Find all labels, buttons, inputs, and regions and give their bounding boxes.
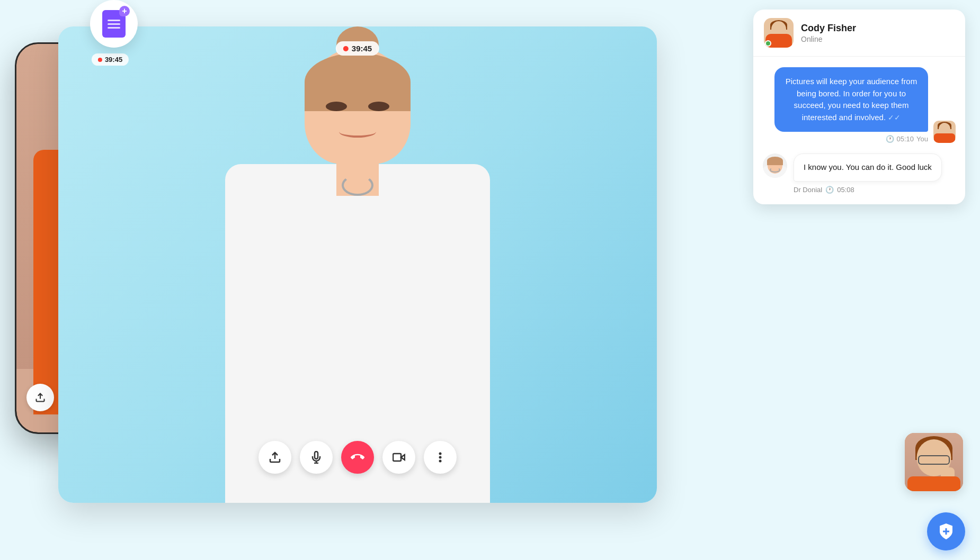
main-recording-time: 39:45: [352, 44, 372, 53]
received-message-meta: Dr Donial 🕐 05:08: [794, 186, 942, 194]
main-end-call-button[interactable]: [341, 441, 374, 474]
phone-share-button[interactable]: [26, 384, 54, 411]
doctor-hair-top: [305, 53, 411, 111]
recording-dot: [98, 58, 102, 62]
online-status-dot: [765, 40, 771, 47]
main-rec-dot: [343, 46, 349, 51]
main-mic-button[interactable]: [300, 441, 333, 474]
chat-contact-avatar: [764, 18, 794, 48]
doctor-chat-avatar: [763, 153, 787, 178]
doc-line-3: [108, 27, 120, 29]
document-floating-icon[interactable]: +: [90, 0, 138, 48]
chat-header: Cody Fisher Online: [753, 10, 965, 57]
received-bubble: I know you. You can do it. Good luck: [794, 153, 942, 182]
main-call-controls: [259, 441, 457, 474]
chat-user-status: Online: [801, 35, 955, 43]
received-time: 05:08: [837, 186, 854, 194]
main-recording-indicator: 39:45: [336, 41, 379, 56]
svg-point-14: [439, 456, 442, 459]
main-video-area: 39:45: [58, 26, 657, 503]
small-avatar-body: [934, 133, 955, 143]
pip-thumbnail: [905, 433, 963, 491]
chat-messages-container: Pictures will keep your audience from be…: [753, 57, 965, 204]
sent-time: 05:10: [897, 135, 914, 143]
sent-message-content: Pictures will keep your audience from be…: [774, 67, 928, 143]
document-icon: +: [102, 10, 126, 38]
chat-user-name: Cody Fisher: [801, 23, 955, 34]
received-sender: Dr Donial: [794, 186, 822, 194]
phone-recording-indicator: 39:45: [92, 53, 129, 66]
message-sent-1: Pictures will keep your audience from be…: [763, 67, 956, 143]
svg-point-15: [439, 460, 442, 463]
phone-recording-time: 39:45: [105, 56, 122, 64]
message-received-1: I know you. You can do it. Good luck Dr …: [763, 153, 956, 194]
sent-message-meta: 🕐 05:10 You: [774, 135, 928, 143]
clock-icon-sent: 🕐: [886, 135, 894, 143]
sent-sender: You: [916, 135, 928, 143]
doc-line-1: [108, 20, 120, 21]
received-message-text: I know you. You can do it. Good luck: [804, 162, 932, 171]
shield-plus-icon: [937, 522, 956, 541]
doctor-main-figure: [193, 40, 522, 503]
pip-thumbnail-content: [905, 433, 963, 491]
shield-badge[interactable]: [927, 512, 965, 550]
chat-user-info: Cody Fisher Online: [801, 23, 955, 43]
sent-bubble: Pictures will keep your audience from be…: [774, 67, 928, 132]
sender-avatar: [933, 121, 956, 143]
received-message-content: I know you. You can do it. Good luck Dr …: [794, 153, 942, 194]
chat-panel: Cody Fisher Online Pictures will keep yo…: [753, 10, 965, 204]
svg-rect-12: [393, 454, 401, 461]
doc-plus-icon: +: [119, 6, 130, 16]
clock-icon-received: 🕐: [825, 186, 834, 194]
doc-line-2: [108, 23, 120, 25]
svg-point-13: [439, 453, 442, 455]
read-receipts: ✓✓: [888, 113, 901, 122]
main-more-button[interactable]: [424, 441, 457, 474]
main-share-button[interactable]: [259, 441, 291, 474]
main-camera-button[interactable]: [382, 441, 415, 474]
